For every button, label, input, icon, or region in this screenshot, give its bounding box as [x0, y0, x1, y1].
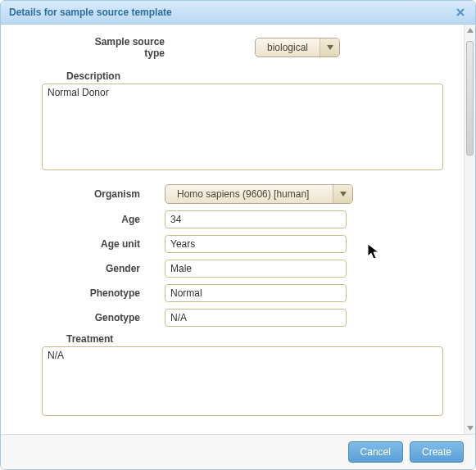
- dialog-content-wrap: Sample source type biological Descriptio…: [1, 25, 475, 434]
- create-button[interactable]: Create: [410, 441, 464, 463]
- row-age-unit: Age unit: [25, 235, 437, 253]
- label-description: Description: [25, 70, 437, 82]
- vertical-scrollbar[interactable]: [464, 25, 475, 434]
- close-icon[interactable]: [454, 6, 467, 19]
- dialog: Details for sample source template Sampl…: [0, 0, 476, 470]
- organism-dropdown[interactable]: Homo sapiens (9606) [human]: [165, 184, 353, 204]
- treatment-textarea[interactable]: [42, 346, 443, 416]
- row-treatment: Treatment: [25, 333, 437, 418]
- label-treatment: Treatment: [25, 333, 437, 345]
- label-gender: Gender: [25, 263, 165, 274]
- age-input[interactable]: [165, 210, 347, 228]
- phenotype-input[interactable]: [165, 284, 347, 302]
- dialog-title: Details for sample source template: [9, 7, 172, 18]
- scroll-up-icon[interactable]: [465, 25, 475, 36]
- gender-input[interactable]: [165, 260, 347, 278]
- label-age-unit: Age unit: [25, 238, 165, 250]
- row-gender: Gender: [25, 260, 437, 278]
- chevron-down-icon: [333, 185, 352, 203]
- row-description: Description: [25, 70, 437, 173]
- label-phenotype: Phenotype: [25, 287, 165, 299]
- scroll-down-icon[interactable]: [465, 423, 475, 434]
- label-age: Age: [25, 214, 165, 225]
- label-genotype: Genotype: [25, 312, 165, 323]
- dialog-content: Sample source type biological Descriptio…: [1, 25, 462, 434]
- age-unit-input[interactable]: [165, 235, 347, 253]
- dialog-titlebar: Details for sample source template: [1, 1, 475, 25]
- sample-source-type-dropdown[interactable]: biological: [255, 38, 340, 57]
- row-age: Age: [25, 210, 437, 228]
- row-organism: Organism Homo sapiens (9606) [human]: [25, 184, 437, 204]
- row-phenotype: Phenotype: [25, 284, 437, 302]
- cancel-button[interactable]: Cancel: [348, 441, 403, 463]
- row-sample-source-type: Sample source type biological: [75, 36, 437, 59]
- description-textarea[interactable]: [42, 84, 443, 170]
- organism-value: Homo sapiens (9606) [human]: [165, 185, 333, 203]
- dialog-buttonbar: Cancel Create: [1, 434, 475, 469]
- label-sample-source-type: Sample source type: [75, 36, 189, 59]
- label-organism: Organism: [25, 188, 165, 200]
- row-genotype: Genotype: [25, 309, 437, 327]
- scroll-thumb[interactable]: [466, 41, 474, 156]
- sample-source-type-value: biological: [256, 38, 320, 56]
- chevron-down-icon: [320, 38, 339, 56]
- genotype-input[interactable]: [165, 309, 347, 327]
